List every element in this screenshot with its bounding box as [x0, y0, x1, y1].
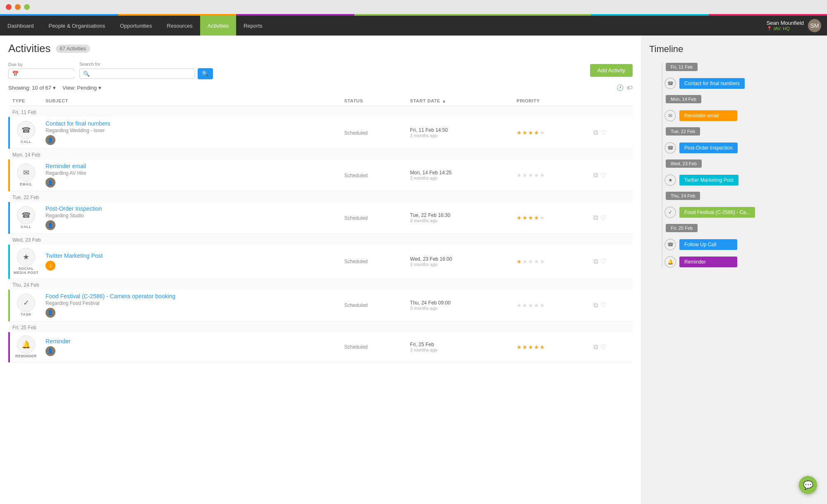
type-label: REMINDER [13, 354, 39, 359]
row-icons: ⧉ ♡ [593, 343, 629, 351]
timeline-date-badge: Fri, 25 Feb [666, 224, 698, 232]
star: ★ [516, 172, 522, 178]
chevron-down-icon: ▾ [98, 85, 101, 91]
navbar: Dashboard People & Organisations Opportu… [0, 16, 827, 36]
star: ★ [540, 344, 545, 350]
star: ★ [534, 214, 539, 221]
search-input[interactable] [92, 71, 191, 77]
avatar: 👤 [45, 308, 55, 318]
nav-dashboard[interactable]: Dashboard [0, 16, 41, 36]
due-by-input[interactable] [21, 71, 83, 77]
timeline-event-icon: ☎ [664, 78, 676, 89]
star: ★ [528, 214, 533, 221]
star: ★ [528, 129, 533, 136]
favorite-icon[interactable]: ♡ [600, 343, 606, 351]
timeline-date-marker: Fri, 11 Feb [657, 63, 819, 71]
col-startdate[interactable]: Start Date ▲ [407, 96, 514, 106]
copy-icon[interactable]: ⧉ [593, 302, 598, 309]
tag-icon[interactable]: 🏷 [627, 84, 633, 91]
priority-cell: ★★★★★ [513, 332, 590, 362]
timeline-event[interactable]: ☎ Contact for final numbers [657, 78, 819, 89]
timeline-event[interactable]: ★ Twitter Marketing Post [657, 174, 819, 186]
favorite-icon[interactable]: ♡ [600, 171, 606, 179]
showing-selector[interactable]: Showing: 10 of 67 ▾ [8, 85, 56, 91]
due-by-label: Due by [8, 62, 74, 67]
subject-link[interactable]: Reminder [45, 338, 338, 345]
subject-link[interactable]: Contact for final numbers [45, 120, 338, 127]
add-activity-button[interactable]: Add Activity [590, 64, 633, 77]
date-group-row: Mon, 14 Feb [9, 149, 633, 160]
star: ★ [534, 302, 539, 309]
timeline-container: Fri, 11 Feb ☎ Contact for final numbers … [649, 63, 819, 268]
timeline-date-badge: Wed, 23 Feb [666, 159, 702, 168]
priority-cell: ★★★★★ [513, 159, 590, 191]
nav-user-info: Sean Mounfield 📍 IAV: HQ [767, 20, 804, 31]
clock-icon[interactable]: 🕐 [617, 84, 624, 91]
timeline-event[interactable]: 🔔 Reminder [657, 256, 819, 268]
star: ★ [540, 214, 545, 221]
regarding-text: Regarding Wedding - Isner [45, 128, 338, 133]
type-icon: 🔔 [17, 335, 35, 354]
table-row[interactable]: ★ SOCIAL MEDIA POST Twitter Marketing Po… [9, 245, 633, 278]
nav-user-location: 📍 IAV: HQ [767, 26, 804, 31]
copy-icon[interactable]: ⧉ [593, 343, 598, 351]
copy-icon[interactable]: ⧉ [593, 214, 598, 221]
star: ★ [528, 172, 533, 178]
table-row[interactable]: ☎ CALL Contact for final numbers Regardi… [9, 117, 633, 149]
traffic-light-orange[interactable] [15, 4, 21, 10]
nav-opportunities[interactable]: Opportunities [112, 16, 159, 36]
traffic-light-green[interactable] [24, 4, 30, 10]
type-label: EMAIL [13, 183, 39, 187]
timeline-date-marker: Wed, 23 Feb [657, 159, 819, 168]
search-icon: 🔍 [83, 71, 90, 77]
timeline-date-marker: Tue, 22 Feb [657, 127, 819, 136]
table-row[interactable]: ✓ TASK Food Festival (C-2586) - Camera o… [9, 290, 633, 321]
status-cell: Scheduled [341, 202, 407, 234]
timeline-event[interactable]: ✉ Reminder email [657, 110, 819, 121]
star: ★ [540, 258, 545, 265]
subject-link[interactable]: Reminder email [45, 163, 338, 169]
traffic-light-red[interactable] [6, 4, 12, 10]
favorite-icon[interactable]: ♡ [600, 129, 606, 137]
subject-cell: Post-Order Inspection Regarding Studio 👤 [42, 202, 341, 234]
search-button[interactable]: 🔍 [198, 68, 213, 79]
copy-icon[interactable]: ⧉ [593, 258, 598, 265]
nav-activities[interactable]: Activities [200, 16, 236, 36]
due-by-input-wrapper: 📅 [8, 69, 74, 79]
nav-items: Dashboard People & Organisations Opportu… [0, 16, 761, 36]
nav-resources[interactable]: Resources [160, 16, 200, 36]
star: ★ [528, 344, 533, 350]
regarding-text: Regarding Studio [45, 213, 338, 219]
subject-link[interactable]: Twitter Marketing Post [45, 252, 338, 259]
table-row[interactable]: ✉ EMAIL Reminder email Regarding AV Hire… [9, 159, 633, 191]
chat-button[interactable]: 💬 [799, 476, 817, 494]
subject-link[interactable]: Food Festival (C-2586) - Camera operator… [45, 293, 338, 300]
timeline-event-bar: Reminder [679, 257, 737, 267]
star: ★ [516, 214, 522, 221]
table-row[interactable]: 🔔 REMINDER Reminder 👤 Scheduled Fri, 25 … [9, 332, 633, 362]
subject-cell: Reminder 👤 [42, 332, 341, 362]
timeline-date-marker: Fri, 25 Feb [657, 224, 819, 232]
copy-icon[interactable]: ⧉ [593, 129, 598, 136]
timeline-event[interactable]: ☎ Follow Up Call [657, 239, 819, 250]
col-actions [590, 96, 633, 106]
copy-icon[interactable]: ⧉ [593, 171, 598, 179]
star: ★ [516, 344, 522, 350]
favorite-icon[interactable]: ♡ [600, 257, 606, 265]
nav-reports[interactable]: Reports [236, 16, 270, 36]
filters-row: Due by 📅 Search for 🔍 🔍 Add Activity [8, 62, 633, 79]
timeline-event[interactable]: ☎ Post-Order Inspection [657, 142, 819, 154]
view-selector[interactable]: View: Pending ▾ [62, 85, 101, 91]
type-icon: ☎ [17, 206, 35, 224]
timeline-event-icon: ☎ [664, 142, 676, 154]
timeline-event[interactable]: ✓ Food Festival (C-2586) - Ca... [657, 207, 819, 218]
row-icons: ⧉ ♡ [593, 214, 629, 222]
subject-link[interactable]: Post-Order Inspection [45, 205, 338, 212]
nav-people[interactable]: People & Organisations [41, 16, 113, 36]
timeline-event-icon: ☎ [664, 239, 676, 250]
status-text: Scheduled [344, 259, 368, 264]
star: ★ [534, 258, 539, 265]
favorite-icon[interactable]: ♡ [600, 214, 606, 222]
table-row[interactable]: ☎ CALL Post-Order Inspection Regarding S… [9, 202, 633, 234]
favorite-icon[interactable]: ♡ [600, 301, 606, 309]
